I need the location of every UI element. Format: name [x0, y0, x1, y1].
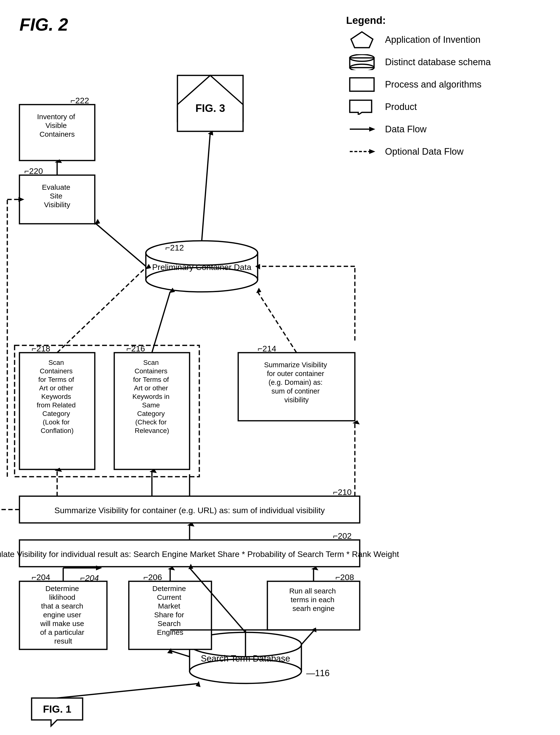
svg-text:Preliminary Container Data: Preliminary Container Data [152, 262, 251, 272]
svg-text:—116: —116 [306, 668, 330, 678]
diagram-svg: FIG. 1 Search Term Database —116 Determi… [0, 0, 560, 735]
svg-text:⌐206: ⌐206 [143, 573, 162, 582]
svg-line-87 [202, 132, 210, 241]
svg-text:⌐204: ⌐204 [32, 573, 50, 582]
svg-text:Scan
      Containers
      fo: Scan Containers for Terms of Art or othe… [37, 359, 78, 435]
svg-text:Summarize Visibility for conta: Summarize Visibility for container (e.g.… [54, 506, 325, 515]
svg-point-39 [146, 241, 258, 265]
svg-text:⌐204: ⌐204 [80, 573, 99, 583]
svg-line-83 [96, 224, 146, 266]
determine-likelihood-box: Determine liklihood that a search engine… [19, 573, 107, 649]
svg-text:⌐220: ⌐220 [24, 166, 43, 176]
svg-line-69 [170, 651, 190, 657]
summarize-outer-box: Summarize Visibility for outer container… [238, 344, 355, 421]
svg-line-89 [258, 292, 297, 353]
svg-line-67 [301, 631, 314, 645]
scan-same-box: Scan Containers for Terms of Art or othe… [114, 344, 190, 470]
svg-line-75 [152, 292, 170, 353]
svg-text:⌐212: ⌐212 [165, 243, 184, 252]
svg-text:FIG. 1: FIG. 1 [43, 703, 71, 715]
inventory-box: Inventory of Visible Containers ⌐222 [19, 96, 95, 160]
svg-line-55 [57, 683, 199, 698]
preliminary-data: Preliminary Container Data ⌐212 [146, 241, 258, 292]
svg-text:Scan
      Containers
      fo: Scan Containers for Terms of Art or othe… [132, 359, 171, 435]
svg-text:Run all search
      terms in : Run all search terms in each searh engin… [289, 587, 338, 612]
svg-text:⌐210: ⌐210 [333, 488, 352, 497]
svg-text:⌐222: ⌐222 [70, 96, 89, 105]
svg-text:⌐214: ⌐214 [258, 344, 276, 353]
fig1-node: FIG. 1 [32, 698, 83, 726]
determine-market-box: Determine Current Market Share for Searc… [129, 573, 211, 649]
fig3-node: FIG. 3 [177, 75, 243, 131]
calculate-visibility-box: Calculate Visibility for individual resu… [0, 531, 399, 567]
scan-related-box: Scan Containers for Terms of Art or othe… [19, 344, 95, 470]
svg-text:Calculate Visibility for indiv: Calculate Visibility for individual resu… [0, 550, 399, 559]
svg-text:FIG. 3: FIG. 3 [195, 102, 225, 114]
svg-marker-90 [256, 288, 261, 293]
svg-text:⌐208: ⌐208 [335, 573, 354, 582]
svg-text:⌐202: ⌐202 [333, 531, 352, 541]
svg-line-77 [57, 267, 146, 353]
